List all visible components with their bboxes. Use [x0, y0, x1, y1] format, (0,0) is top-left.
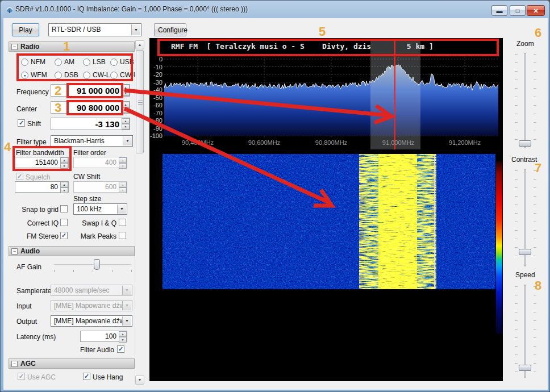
cw-shift-label: CW Shift — [73, 173, 100, 181]
input-label: Input — [16, 302, 32, 310]
af-gain-track[interactable] — [54, 264, 131, 265]
speed-slider[interactable] — [524, 285, 526, 378]
collapse-radio-button[interactable]: − — [11, 44, 18, 50]
mark-peaks-checkbox[interactable] — [119, 232, 126, 239]
source-select[interactable]: RTL-SDR / USB ▼ — [48, 23, 141, 36]
db-tick-label: 0 — [149, 56, 163, 62]
speed-slider-label: Speed — [515, 271, 535, 279]
panel-scrollbar[interactable]: ▲ ▼ — [135, 40, 144, 385]
radio-button-icon[interactable] — [21, 59, 28, 66]
frequency-spinner[interactable]: ▲▼ — [122, 85, 130, 96]
spin-up-icon[interactable]: ▲ — [60, 182, 68, 187]
spin-up-icon[interactable]: ▲ — [119, 331, 127, 337]
spectrum-display[interactable]: RMF FM [ Teralczyk musi o - S Divty, dzi… — [149, 38, 503, 153]
maximize-button[interactable]: □ — [510, 5, 526, 16]
frequency-tick-label: 90,400MHz — [172, 139, 223, 146]
af-gain-thumb[interactable] — [94, 259, 100, 270]
radio-mode-dsb[interactable]: DSB — [55, 71, 78, 79]
spin-up-icon[interactable]: ▲ — [122, 85, 130, 90]
radio-mode-label: WFM — [31, 71, 47, 79]
filter-audio-checkbox[interactable]: ✓ — [117, 345, 124, 353]
radio-mode-usb[interactable]: USB — [110, 58, 134, 66]
zoom-slider-label: Zoom — [516, 40, 534, 48]
radio-mode-wfm[interactable]: ●WFM — [21, 71, 47, 79]
scroll-up-icon[interactable]: ▲ — [135, 40, 144, 49]
use-hang-checkbox[interactable]: ✓ — [83, 373, 90, 380]
shift-spinner[interactable]: ▲▼ — [122, 118, 130, 130]
spectrum-plot[interactable] — [149, 38, 503, 153]
radio-button-icon[interactable] — [110, 72, 118, 79]
step-size-select[interactable]: 100 kHz ▼ — [73, 203, 127, 215]
squelch-spinner[interactable]: ▲▼ — [60, 182, 68, 192]
filter-bandwidth-spinner[interactable]: ▲▼ — [60, 157, 68, 168]
radio-mode-am[interactable]: AM — [55, 58, 74, 66]
radio-button-icon[interactable]: ● — [21, 72, 28, 79]
filter-type-select[interactable]: Blackman-Harris ▼ — [51, 135, 133, 147]
spin-down-icon[interactable]: ▼ — [119, 337, 127, 343]
scrollbar-thumb[interactable] — [136, 50, 144, 153]
af-gain-label: AF Gain — [16, 263, 41, 271]
titlebar[interactable]: SDR# v1.0.0.1000 - IQ Imbalance: Gain = … — [1, 1, 549, 18]
db-tick-label: -20 — [149, 71, 163, 78]
collapse-agc-button[interactable]: − — [11, 361, 18, 367]
filter-order-spinner: ▲▼ — [119, 157, 127, 168]
latency-spinner[interactable]: ▲▼ — [119, 331, 127, 341]
filter-order-label: Filter order — [73, 149, 106, 157]
spin-down-icon[interactable]: ▼ — [60, 163, 68, 169]
zoom-slider[interactable] — [524, 53, 526, 148]
spin-up-icon[interactable]: ▲ — [60, 157, 68, 163]
shift-field[interactable]: -3 130 — [51, 118, 130, 130]
spin-up-icon[interactable]: ▲ — [122, 102, 130, 107]
spin-down-icon[interactable]: ▼ — [122, 90, 130, 96]
configure-button[interactable]: Configure — [154, 23, 186, 36]
collapse-audio-button[interactable]: − — [11, 248, 18, 255]
radio-group-header: − Radio — [9, 41, 135, 52]
spin-down-icon[interactable]: ▼ — [60, 187, 68, 193]
radio-button-icon[interactable] — [55, 72, 62, 79]
swap-iq-checkbox[interactable] — [119, 219, 126, 226]
swap-iq-label: Swap I & Q — [76, 219, 116, 227]
filter-band-overlay — [370, 39, 420, 149]
radio-button-icon[interactable] — [110, 59, 118, 66]
waterfall-palette-bar — [496, 161, 502, 333]
spin-down-icon: ▼ — [119, 187, 127, 193]
radio-mode-label: USB — [120, 58, 134, 66]
radio-mode-lsb[interactable]: LSB — [83, 58, 106, 66]
use-agc-checkbox: ✓ — [18, 373, 25, 380]
play-button[interactable]: Play — [12, 23, 39, 36]
contrast-ticks — [515, 170, 518, 264]
spin-down-icon[interactable]: ▼ — [122, 124, 130, 130]
zoom-slider-thumb[interactable] — [519, 140, 531, 147]
radio-button-icon[interactable] — [83, 59, 90, 66]
waterfall-plot[interactable] — [163, 154, 495, 289]
radio-mode-nfm[interactable]: NFM — [21, 58, 45, 66]
center-spinner[interactable]: ▲▼ — [122, 102, 130, 113]
filter-bandwidth-label: Filter bandwidth — [16, 149, 64, 157]
correct-iq-checkbox[interactable] — [60, 219, 68, 226]
scroll-down-icon[interactable]: ▼ — [135, 376, 144, 385]
contrast-ticks — [534, 170, 536, 264]
snap-to-grid-checkbox[interactable] — [60, 205, 68, 212]
waterfall-display[interactable] — [149, 153, 503, 381]
shift-checkbox[interactable]: ✓ — [18, 119, 25, 127]
radio-mode-label: NFM — [31, 58, 45, 66]
center-field[interactable]: 90 800 000 — [51, 101, 130, 114]
minimize-icon: ▬ — [497, 7, 503, 14]
spin-up-icon[interactable]: ▲ — [122, 118, 130, 124]
chevron-down-icon: ▼ — [117, 205, 126, 214]
settings-panel: − Radio NFMAMLSBUSB●WFMDSBCW-LCW-U Frequ… — [9, 40, 144, 385]
radio-button-icon[interactable] — [83, 72, 90, 79]
samplerate-label: Samplerate — [16, 287, 51, 295]
minimize-button[interactable]: ▬ — [491, 5, 507, 16]
radio-mode-cw-l[interactable]: CW-L — [83, 71, 110, 79]
spin-down-icon[interactable]: ▼ — [122, 107, 130, 113]
speed-slider-thumb[interactable] — [519, 365, 531, 371]
close-button[interactable]: ✕ — [527, 5, 545, 16]
db-tick-label: -10 — [149, 64, 163, 70]
fm-stereo-checkbox[interactable]: ✓ — [60, 232, 68, 239]
contrast-slider-thumb[interactable] — [519, 249, 531, 255]
frequency-field[interactable]: 91 000 000 — [51, 84, 130, 97]
output-select[interactable]: [MME] Mapowanie dźw ▼ — [51, 315, 132, 327]
tuning-line[interactable] — [394, 40, 395, 149]
radio-button-icon[interactable] — [55, 59, 62, 66]
